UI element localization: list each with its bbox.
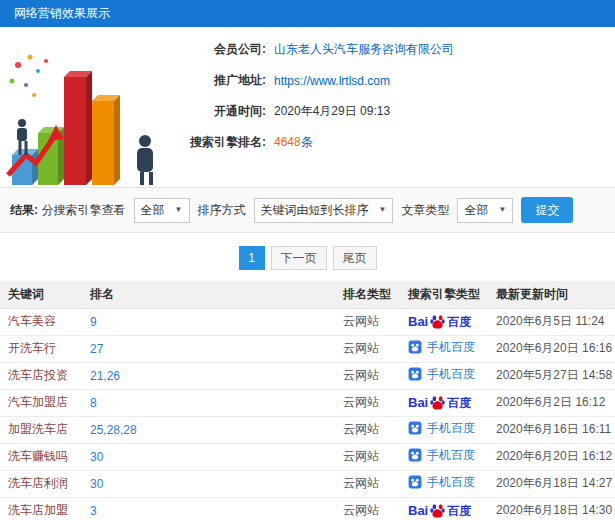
info-row-company: 会员公司: 山东老人头汽车服务咨询有限公司 [180,41,454,58]
rank-link[interactable]: 21,26 [90,369,120,383]
header-rank-type: 排名类型 [335,281,400,308]
engine-select[interactable]: 全部 ▼ [134,198,190,223]
engine-filter-label: 分搜索引擎查看 [42,202,126,219]
table-row: 汽车美容 9 云网站 Bai 百度 [0,308,615,335]
pagination: 1 下一页 尾页 [0,233,615,281]
next-page-button[interactable]: 下一页 [271,246,327,270]
updated-time: 2020年6月2日 16:12 [496,395,605,409]
updated-time: 2020年6月16日 16:11 [496,422,611,436]
rank-link[interactable]: 8 [90,396,97,410]
header-keyword: 关键词 [0,281,82,308]
baidu-logo-bai: Bai [408,396,428,409]
article-type-select[interactable]: 全部 ▼ [457,198,513,223]
table-row: 洗车店利润 30 云网站 Bai 百度 [0,470,615,497]
baidu-logo: Bai 百度 [408,395,471,410]
chart-illustration [0,31,168,187]
sort-select-value: 关键词由短到长排序 [261,202,369,219]
keyword-text: 洗车店利润 [8,476,68,490]
table-row: 汽车加盟店 8 云网站 Bai 百度 [0,389,615,416]
info-row-open-time: 开通时间: 2020年4月29日 09:13 [180,103,454,120]
info-row-rank-count: 搜索引擎排名: 4648条 [180,134,454,151]
mobile-baidu-label: 手机百度 [427,422,475,434]
mobile-baidu-label: 手机百度 [427,341,475,353]
rank-type-text: 云网站 [343,368,379,382]
mobile-baidu-icon [408,421,422,435]
article-type-value: 全部 [464,202,488,219]
rank-count-unit: 条 [301,135,313,149]
baidu-logo-du: 百度 [447,505,471,517]
rank-count-number: 4648 [274,135,301,149]
baidu-paw-icon [430,314,445,329]
rank-count-label: 搜索引擎排名: [180,134,266,151]
table-row: 洗车店加盟 3 云网站 Bai 百度 [0,497,615,520]
keyword-text: 开洗车行 [8,341,56,355]
rank-type-text: 云网站 [343,476,379,490]
mobile-baidu-icon [408,448,422,462]
article-type-label: 文章类型 [401,202,449,219]
header-engine-type: 搜索引擎类型 [400,281,488,308]
header-updated-time: 最新更新时间 [488,281,615,308]
chevron-down-icon: ▼ [175,206,183,214]
rank-type-text: 云网站 [343,449,379,463]
rank-link[interactable]: 30 [90,450,103,464]
company-name-link[interactable]: 山东老人头汽车服务咨询有限公司 [274,41,454,58]
filter-bar: 结果: 分搜索引擎查看 全部 ▼ 排序方式 关键词由短到长排序 ▼ 文章类型 全… [0,187,615,233]
page-1-button[interactable]: 1 [239,246,265,270]
engine-select-value: 全部 [141,202,165,219]
keyword-text: 洗车赚钱吗 [8,449,68,463]
company-info: 会员公司: 山东老人头汽车服务咨询有限公司 推广地址: https://www.… [180,31,454,187]
header-bar: 网络营销效果展示 [0,0,615,27]
updated-time: 2020年6月20日 16:12 [496,449,612,463]
baidu-paw-icon [430,395,445,410]
rank-link[interactable]: 9 [90,315,97,329]
mobile-baidu-logo: 手机百度 [408,340,475,354]
rank-type-text: 云网站 [343,422,379,436]
baidu-logo-bai: Bai [408,315,428,328]
bar-chart-graphic [4,35,164,187]
rank-link[interactable]: 27 [90,342,103,356]
rank-link[interactable]: 3 [90,504,97,518]
baidu-logo: Bai 百度 [408,314,471,329]
updated-time: 2020年6月5日 11:24 [496,314,605,328]
table-row: 洗车赚钱吗 30 云网站 Bai 百度 [0,443,615,470]
rank-type-text: 云网站 [343,341,379,355]
header-rank: 排名 [82,281,335,308]
chevron-down-icon: ▼ [379,206,387,214]
sort-select[interactable]: 关键词由短到长排序 ▼ [254,198,394,223]
page-title: 网络营销效果展示 [14,5,110,22]
updated-time: 2020年5月27日 14:58 [496,368,612,382]
company-label: 会员公司: [180,41,266,58]
keyword-text: 洗车店投资 [8,368,68,382]
mobile-baidu-label: 手机百度 [427,476,475,488]
result-label: 结果: [10,202,38,219]
mobile-baidu-icon [408,340,422,354]
mobile-baidu-icon [408,367,422,381]
baidu-logo: Bai 百度 [408,503,471,518]
keyword-text: 洗车店加盟 [8,503,68,517]
table-row: 加盟洗车店 25,28,28 云网站 Bai 百度 [0,416,615,443]
rank-link[interactable]: 25,28,28 [90,423,137,437]
mobile-baidu-logo: 手机百度 [408,421,475,435]
updated-time: 2020年6月18日 14:27 [496,476,612,490]
filter-controls: 分搜索引擎查看 全部 ▼ 排序方式 关键词由短到长排序 ▼ 文章类型 全部 ▼ … [42,197,574,223]
rank-count-value: 4648条 [274,134,313,151]
promo-url-link[interactable]: https://www.lrtlsd.com [274,74,390,88]
keyword-text: 汽车加盟店 [8,395,68,409]
table-row: 开洗车行 27 云网站 Bai 百度 [0,335,615,362]
mobile-baidu-label: 手机百度 [427,368,475,380]
baidu-logo-bai: Bai [408,504,428,517]
submit-button[interactable]: 提交 [521,197,573,223]
updated-time: 2020年6月20日 16:16 [496,341,612,355]
mobile-baidu-label: 手机百度 [427,449,475,461]
mobile-baidu-logo: 手机百度 [408,448,475,462]
rank-link[interactable]: 30 [90,477,103,491]
last-page-button[interactable]: 尾页 [333,246,377,270]
mobile-baidu-logo: 手机百度 [408,475,475,489]
updated-time: 2020年6月18日 14:30 [496,503,612,517]
table-row: 洗车店投资 21,26 云网站 Bai 百度 [0,362,615,389]
summary-section: 会员公司: 山东老人头汽车服务咨询有限公司 推广地址: https://www.… [0,27,615,187]
keyword-text: 汽车美容 [8,314,56,328]
rank-type-text: 云网站 [343,395,379,409]
table-header-row: 关键词 排名 排名类型 搜索引擎类型 最新更新时间 [0,281,615,308]
open-time-value: 2020年4月29日 09:13 [274,103,390,120]
